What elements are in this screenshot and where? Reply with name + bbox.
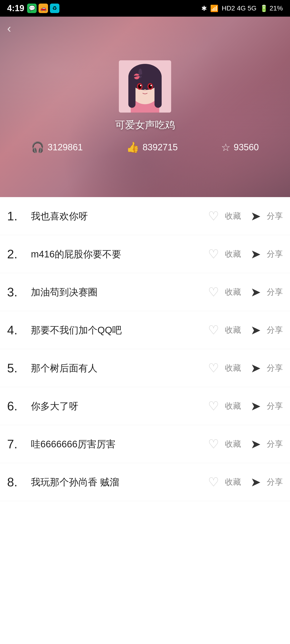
share-label[interactable]: 分享 xyxy=(267,400,283,412)
song-number: 4. xyxy=(7,324,26,336)
stats-row: 🎧 3129861 👍 8392715 ☆ 93560 xyxy=(0,141,290,154)
song-item-7[interactable]: 7. 哇6666666厉害厉害 ♡ 收藏 ➤ 分享 xyxy=(0,425,290,463)
song-item-6[interactable]: 6. 你多大了呀 ♡ 收藏 ➤ 分享 xyxy=(0,387,290,425)
favorite-icon[interactable]: ♡ xyxy=(208,437,219,451)
song-actions: ♡ 收藏 ➤ 分享 xyxy=(208,209,283,223)
share-label[interactable]: 分享 xyxy=(267,324,283,336)
svg-point-13 xyxy=(150,85,152,86)
thumbs-up-icon: 👍 xyxy=(126,141,139,154)
song-actions: ♡ 收藏 ➤ 分享 xyxy=(208,247,283,261)
profile-banner: ‹ xyxy=(0,16,290,197)
favorite-icon[interactable]: ♡ xyxy=(208,399,219,413)
share-label[interactable]: 分享 xyxy=(267,211,283,222)
favorites-count: 93560 xyxy=(234,142,259,152)
profile-name: 可爱女声吃鸡 xyxy=(115,118,175,132)
song-title: 我玩那个孙尚香 贼溜 xyxy=(26,476,208,489)
song-number: 1. xyxy=(7,210,26,222)
collect-label[interactable]: 收藏 xyxy=(225,476,241,488)
favorite-icon[interactable]: ♡ xyxy=(208,247,219,261)
song-actions: ♡ 收藏 ➤ 分享 xyxy=(208,323,283,337)
app-icon-nav: 🚗 xyxy=(39,4,48,13)
share-label[interactable]: 分享 xyxy=(267,438,283,450)
collect-label[interactable]: 收藏 xyxy=(225,248,241,260)
song-item-4[interactable]: 4. 那要不我们加个QQ吧 ♡ 收藏 ➤ 分享 xyxy=(0,311,290,349)
stat-plays: 🎧 3129861 xyxy=(31,141,83,154)
likes-count: 8392715 xyxy=(143,142,178,152)
svg-point-12 xyxy=(140,85,141,86)
song-title: 哇6666666厉害厉害 xyxy=(26,438,208,451)
svg-rect-6 xyxy=(155,74,162,108)
status-time: 4:19 xyxy=(7,3,24,13)
favorite-icon[interactable]: ♡ xyxy=(208,323,219,337)
favorite-icon[interactable]: ♡ xyxy=(208,209,219,223)
song-title: 我也喜欢你呀 xyxy=(26,210,208,223)
song-item-5[interactable]: 5. 那个树后面有人 ♡ 收藏 ➤ 分享 xyxy=(0,349,290,387)
share-icon[interactable]: ➤ xyxy=(250,209,261,223)
share-label[interactable]: 分享 xyxy=(267,248,283,260)
back-button[interactable]: ‹ xyxy=(7,21,11,35)
song-item-3[interactable]: 3. 加油苟到决赛圈 ♡ 收藏 ➤ 分享 xyxy=(0,273,290,311)
song-number: 5. xyxy=(7,362,26,374)
plays-count: 3129861 xyxy=(48,142,83,152)
battery-indicator: 🔋 21% xyxy=(260,4,283,12)
song-number: 6. xyxy=(7,400,26,412)
star-icon: ☆ xyxy=(221,141,230,154)
song-actions: ♡ 收藏 ➤ 分享 xyxy=(208,399,283,413)
song-item-8[interactable]: 8. 我玩那个孙尚香 贼溜 ♡ 收藏 ➤ 分享 xyxy=(0,463,290,501)
song-title: 加油苟到决赛圈 xyxy=(26,286,208,299)
song-title: m416的屁股你要不要 xyxy=(26,248,208,261)
song-actions: ♡ 收藏 ➤ 分享 xyxy=(208,361,283,375)
share-icon[interactable]: ➤ xyxy=(250,399,261,413)
song-actions: ♡ 收藏 ➤ 分享 xyxy=(208,285,283,299)
song-number: 3. xyxy=(7,286,26,298)
battery-icon: 🔋 xyxy=(260,4,268,12)
app-icon-message: 💬 xyxy=(27,4,37,13)
song-actions: ♡ 收藏 ➤ 分享 xyxy=(208,475,283,489)
avatar-image xyxy=(119,60,171,112)
stat-likes: 👍 8392715 xyxy=(126,141,178,154)
song-number: 7. xyxy=(7,438,26,450)
share-icon[interactable]: ➤ xyxy=(250,285,261,299)
favorite-icon[interactable]: ♡ xyxy=(208,285,219,299)
collect-label[interactable]: 收藏 xyxy=(225,400,241,412)
share-icon[interactable]: ➤ xyxy=(250,475,261,489)
song-title: 那要不我们加个QQ吧 xyxy=(26,324,208,337)
share-label[interactable]: 分享 xyxy=(267,286,283,298)
share-icon[interactable]: ➤ xyxy=(250,437,261,451)
status-right: ✱ 📶 HD2 4G 5G 🔋 21% xyxy=(201,4,283,12)
status-bar: 4:19 💬 🚗 ♻ ✱ 📶 HD2 4G 5G 🔋 21% xyxy=(0,0,290,16)
favorite-icon[interactable]: ♡ xyxy=(208,361,219,375)
status-left: 4:19 💬 🚗 ♻ xyxy=(7,3,60,13)
song-title: 那个树后面有人 xyxy=(26,362,208,375)
network-type: HD2 4G 5G xyxy=(222,4,256,12)
favorite-icon[interactable]: ♡ xyxy=(208,475,219,489)
status-apps: 💬 🚗 ♻ xyxy=(27,4,60,13)
song-number: 8. xyxy=(7,476,26,488)
collect-label[interactable]: 收藏 xyxy=(225,211,241,222)
collect-label[interactable]: 收藏 xyxy=(225,286,241,298)
signal-icon: 📶 xyxy=(210,4,218,12)
app-icon-other: ♻ xyxy=(50,4,60,13)
stat-favorites: ☆ 93560 xyxy=(221,141,259,154)
share-icon[interactable]: ➤ xyxy=(250,247,261,261)
share-icon[interactable]: ➤ xyxy=(250,323,261,337)
share-label[interactable]: 分享 xyxy=(267,476,283,488)
svg-point-14 xyxy=(144,89,146,91)
battery-percent: 21% xyxy=(269,4,283,12)
avatar xyxy=(119,60,171,112)
song-number: 2. xyxy=(7,248,26,260)
song-item-1[interactable]: 1. 我也喜欢你呀 ♡ 收藏 ➤ 分享 xyxy=(0,197,290,235)
song-actions: ♡ 收藏 ➤ 分享 xyxy=(208,437,283,451)
headphone-icon: 🎧 xyxy=(31,141,44,154)
collect-label[interactable]: 收藏 xyxy=(225,438,241,450)
song-item-2[interactable]: 2. m416的屁股你要不要 ♡ 收藏 ➤ 分享 xyxy=(0,235,290,273)
collect-label[interactable]: 收藏 xyxy=(225,362,241,374)
collect-label[interactable]: 收藏 xyxy=(225,324,241,336)
song-list: 1. 我也喜欢你呀 ♡ 收藏 ➤ 分享 2. m416的屁股你要不要 ♡ 收藏 … xyxy=(0,197,290,644)
share-icon[interactable]: ➤ xyxy=(250,361,261,375)
avatar-container xyxy=(119,60,171,112)
bluetooth-icon: ✱ xyxy=(201,4,207,12)
share-label[interactable]: 分享 xyxy=(267,362,283,374)
song-title: 你多大了呀 xyxy=(26,400,208,413)
